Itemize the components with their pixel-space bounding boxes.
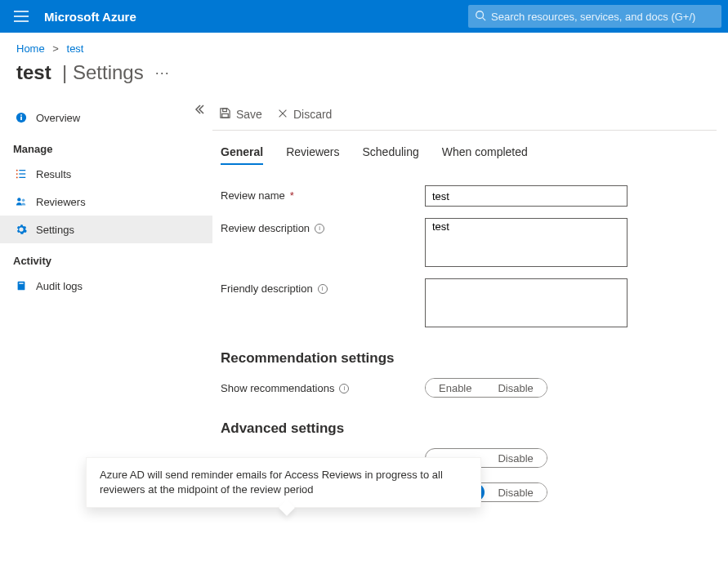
page-title-row: test | Settings ··· (0, 60, 728, 100)
more-actions-button[interactable]: ··· (152, 64, 173, 82)
close-icon (277, 108, 288, 122)
discard-label: Discard (293, 108, 332, 121)
tooltip-text: Azure AD will send reminder emails for A… (100, 469, 443, 496)
tab-when-completed[interactable]: When completed (442, 145, 528, 165)
svg-rect-16 (18, 282, 25, 291)
sidebar-section-manage: Manage (0, 131, 212, 160)
svg-rect-6 (20, 117, 22, 120)
collapse-sidebar-button[interactable] (193, 104, 204, 118)
info-icon[interactable]: i (318, 284, 328, 294)
sidebar-label-reviewers: Reviewers (36, 196, 86, 208)
global-search[interactable] (468, 5, 721, 28)
sidebar-item-overview[interactable]: Overview (0, 104, 212, 131)
main-content: Save Discard General Reviewers Schedulin… (212, 100, 728, 577)
friendly-description-input[interactable] (425, 278, 628, 327)
page-title-name: test (16, 61, 51, 83)
sidebar-item-results[interactable]: Results (0, 160, 212, 188)
global-search-input[interactable] (491, 11, 715, 23)
svg-point-12 (16, 173, 18, 175)
recommendation-settings-heading: Recommendation settings (221, 350, 717, 367)
book-icon (15, 279, 28, 292)
sidebar-item-reviewers[interactable]: Reviewers (0, 188, 212, 216)
toggle-disable[interactable]: Disable (485, 449, 546, 467)
info-icon[interactable]: i (339, 384, 349, 393)
toggle-enable[interactable]: Enable (426, 379, 485, 397)
svg-rect-17 (19, 283, 23, 284)
review-description-input[interactable]: test (425, 218, 628, 267)
friendly-description-label: Friendly description i (221, 278, 425, 295)
sidebar-label-overview: Overview (36, 112, 80, 124)
svg-point-14 (17, 198, 20, 201)
svg-point-3 (476, 11, 484, 18)
page-title-section: Settings (73, 61, 144, 83)
sidebar-label-audit-logs: Audit logs (36, 280, 83, 292)
info-icon (15, 111, 28, 124)
show-recommendations-toggle[interactable]: Enable Disable (425, 378, 547, 398)
toggle-disable[interactable]: Disable (485, 483, 546, 501)
info-icon[interactable]: i (315, 224, 324, 233)
svg-line-4 (483, 17, 486, 20)
top-navbar: Microsoft Azure (0, 0, 728, 33)
save-label: Save (236, 108, 262, 121)
show-recommendations-label: Show recommendations i (221, 378, 425, 394)
discard-button[interactable]: Discard (277, 108, 332, 122)
breadcrumb-current[interactable]: test (67, 42, 84, 55)
tab-general[interactable]: General (221, 145, 263, 165)
gear-icon (15, 223, 28, 236)
svg-point-15 (22, 199, 25, 202)
svg-point-13 (16, 177, 18, 179)
sidebar-section-activity: Activity (0, 243, 212, 272)
content-toolbar: Save Discard (212, 100, 717, 131)
advanced-settings-heading: Advanced settings (221, 420, 717, 437)
sidebar-label-settings: Settings (36, 224, 74, 236)
hamburger-menu-button[interactable] (7, 0, 36, 33)
sidebar-item-settings[interactable]: Settings (0, 216, 212, 243)
breadcrumb-home[interactable]: Home (16, 42, 45, 55)
svg-rect-19 (222, 113, 229, 118)
people-icon (15, 195, 28, 208)
reminders-tooltip: Azure AD will send reminder emails for A… (86, 457, 481, 508)
review-name-label: Review name* (221, 185, 425, 202)
svg-point-7 (20, 114, 22, 116)
tab-reviewers[interactable]: Reviewers (286, 145, 339, 165)
svg-point-11 (16, 170, 18, 171)
svg-rect-18 (223, 109, 227, 112)
toggle-disable[interactable]: Disable (485, 379, 546, 397)
save-button[interactable]: Save (219, 107, 262, 122)
sidebar-label-results: Results (36, 168, 71, 180)
list-icon (15, 167, 28, 180)
tab-scheduling[interactable]: Scheduling (363, 145, 419, 165)
brand-label: Microsoft Azure (44, 10, 136, 24)
review-description-label: Review description i (221, 218, 425, 234)
sidebar-item-audit-logs[interactable]: Audit logs (0, 272, 212, 300)
save-icon (219, 107, 231, 122)
tabs: General Reviewers Scheduling When comple… (212, 131, 717, 171)
breadcrumb: Home > test (0, 33, 728, 60)
breadcrumb-sep: > (52, 42, 59, 55)
review-name-input[interactable] (425, 185, 628, 207)
search-icon (475, 10, 486, 24)
